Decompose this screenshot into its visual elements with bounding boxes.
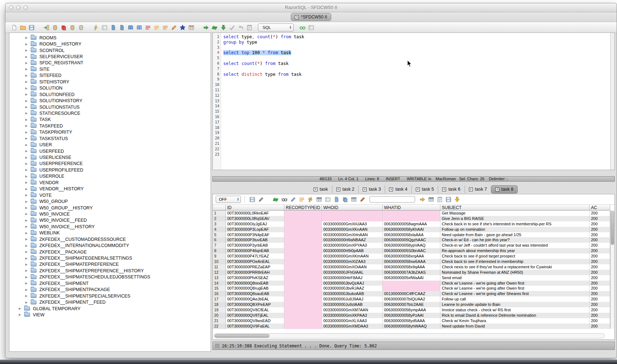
tree-item-zkfedex-shipmategeneralsettings[interactable]: ▶ZKFEDEX__SHIPMATEGENERALSETTINGS — [9, 255, 211, 261]
grid-cell[interactable]: 006300000058yPzAAI — [383, 313, 440, 318]
tree-item-zkfedex-internationalcommodity[interactable]: ▶ZKFEDEX__INTERNATIONALCOMMODITY — [9, 242, 211, 248]
grid-cell[interactable]: 00T3000000Q8rexEAB — [226, 281, 284, 286]
results-search-input[interactable] — [370, 196, 415, 203]
grid-cell[interactable]: 0033000000GmXKmAAN — [322, 254, 383, 259]
go-search-icon[interactable] — [419, 196, 426, 203]
tree-item-weblink[interactable]: ▶WEBLINK — [9, 230, 211, 236]
disclosure-triangle-icon[interactable]: ▶ — [25, 181, 31, 184]
page-view-icon[interactable] — [333, 196, 340, 203]
disclosure-triangle-icon[interactable]: ▶ — [25, 156, 31, 159]
tab-close-icon[interactable]: × — [295, 15, 299, 19]
disclosure-triangle-icon[interactable]: ▶ — [25, 288, 31, 291]
editor-vertical-scrollbar[interactable] — [610, 33, 614, 170]
table-row[interactable]: 1900T3000000QV8CfEAL0033000000GmXM7AAN00… — [213, 307, 614, 313]
form-view-icon[interactable] — [324, 196, 331, 203]
column-header-ac[interactable]: AC — [590, 205, 610, 211]
table-row[interactable]: 2200T3000000QV9FaEAL0033000000GmXMDAA300… — [213, 324, 614, 329]
table-row[interactable]: 1500T3000000Q8rugEAB0033000000JbvRJAAZCh… — [213, 286, 614, 291]
grid-cell[interactable]: 0033000000Ju9zlAAB — [322, 302, 383, 307]
grid-cell[interactable]: 200 — [590, 216, 610, 221]
export-table-icon[interactable] — [187, 24, 195, 31]
grid-cell[interactable] — [284, 286, 322, 291]
disclosure-triangle-icon[interactable]: ▶ — [25, 212, 31, 216]
disclosure-triangle-icon[interactable]: ▶ — [25, 80, 31, 83]
grid-cell[interactable]: 0033000000GmXM7AAN — [322, 307, 383, 313]
disclosure-triangle-icon[interactable]: ▶ — [25, 257, 31, 260]
grid-cell[interactable]: 00T3000000PRR8rEAH — [226, 270, 284, 275]
grid-cell[interactable] — [383, 216, 440, 221]
tree-item-zkfedex-customaddresssource[interactable]: ▶ZKFEDEX__CUSTOMADDRESSSOURCE — [9, 236, 211, 242]
tree-item-zkfedex-shipment-feed[interactable]: ▶ZKFEDEX__SHIPMENT__FEED — [9, 299, 211, 305]
edit-row-icon[interactable] — [289, 196, 297, 203]
disclosure-triangle-icon[interactable]: ▶ — [25, 231, 31, 235]
grid-cell[interactable]: Send email — [440, 275, 590, 281]
results-tab-task-6[interactable]: ×task 6 — [438, 186, 464, 193]
disclosure-triangle-icon[interactable]: ▶ — [25, 175, 31, 178]
grid-cell[interactable]: 00T3000000QV9FaEAL — [226, 324, 284, 329]
disclosure-triangle-icon[interactable]: ▶ — [25, 68, 31, 71]
tree-item-w50-invoice-feed[interactable]: ▶W50_INVOICE__FEED — [9, 217, 211, 224]
disclosure-triangle-icon[interactable]: ▶ — [25, 36, 31, 39]
grid-cell[interactable]: 006300000058xw5AAA — [383, 259, 440, 264]
disclosure-triangle-icon[interactable]: ▶ — [25, 105, 31, 109]
table-row[interactable]: 1400T3000000Q8rexEAB0033000000JbvQzAAJCh… — [213, 281, 614, 286]
tree-item-taskstatus[interactable]: ▶TASKSTATUS — [9, 135, 211, 142]
grid-cell[interactable]: 200 — [590, 296, 610, 302]
grid-cell[interactable] — [284, 227, 322, 232]
grid-cell[interactable]: 00T3000000PREZaEAP — [226, 264, 284, 270]
table-row[interactable]: 1200T3000000PRR8rEAH0033000000JFhGlAAL00… — [213, 270, 614, 275]
commit-icon[interactable] — [228, 24, 236, 31]
column-header-subject[interactable]: SUBJECT — [440, 205, 590, 211]
grid-cell[interactable]: 200 — [590, 275, 610, 281]
disclosure-triangle-icon[interactable]: ▶ — [25, 143, 31, 147]
grid-cell[interactable]: 006300000058xrqAAA — [383, 254, 440, 259]
minimize-window-button[interactable] — [16, 5, 21, 10]
tab-close-icon[interactable]: × — [469, 187, 473, 191]
tree-item-userlicense[interactable]: ▶USERLICENSE — [9, 154, 211, 160]
sql-code-area[interactable]: select type, count(*) from taskgroup by … — [221, 33, 610, 170]
grid-cell[interactable]: 0033000000GmXHJAA3 — [322, 221, 383, 227]
favorites-icon[interactable] — [179, 24, 186, 31]
grid-cell[interactable]: 200 — [590, 221, 610, 227]
filter-select[interactable]: OFF ▲▼ — [216, 196, 241, 203]
tab-close-icon[interactable]: × — [416, 187, 420, 191]
grid-cell[interactable]: 200 — [590, 232, 610, 238]
disclosure-triangle-icon[interactable]: ▶ — [25, 61, 31, 65]
disclosure-triangle-icon[interactable]: ▶ — [25, 74, 31, 77]
grid-cell[interactable]: 00T3000000P3yrbEAB — [226, 243, 284, 248]
edit-icon[interactable] — [170, 24, 177, 31]
table-row[interactable]: 1000T3000000POeAnEAL0033000000GmXIZAA300… — [213, 259, 614, 264]
results-tab-task-2[interactable]: ×task 2 — [332, 186, 358, 193]
grid-cell[interactable]: 00T3000000QV8wsEAD — [226, 318, 284, 324]
grid-cell[interactable] — [284, 275, 322, 281]
statement-type-select[interactable]: SQL ▲▼ — [258, 23, 294, 31]
grid-cell[interactable]: Invoice status check - check w/ RS first — [440, 307, 590, 313]
grid-cell[interactable]: 0033000000GmXMDAA3 — [322, 324, 383, 329]
tree-item-sfdc-registrant[interactable]: ▶SFDC_REGISTRANT — [9, 60, 211, 66]
grid-cell[interactable]: 200 — [590, 259, 610, 264]
grid-cell[interactable]: Leanne to provide update to Bain — [440, 302, 590, 307]
disclosure-triangle-icon[interactable]: ▶ — [25, 162, 31, 165]
disclosure-triangle-icon[interactable]: ▶ — [25, 112, 31, 115]
table-generate-icon[interactable] — [427, 196, 435, 203]
results-tab-task-8[interactable]: ×task 8 — [491, 185, 518, 194]
tree-item-rooms[interactable]: ▶ROOMS — [9, 35, 211, 41]
results-list-icon[interactable] — [307, 24, 315, 31]
grid-cell[interactable] — [284, 232, 322, 238]
disclosure-triangle-icon[interactable]: ▶ — [25, 194, 31, 197]
grid-cell[interactable]: 00630000005QgzhAAC — [383, 237, 440, 243]
view-row-icon[interactable] — [281, 196, 288, 203]
disclosure-triangle-icon[interactable]: ▶ — [25, 206, 31, 209]
disclosure-triangle-icon[interactable]: ▶ — [25, 168, 31, 172]
grid-cell[interactable]: Need update from David — [440, 324, 590, 329]
compare-icon[interactable] — [161, 24, 169, 31]
tree-item-zkfedex-package[interactable]: ▶ZKFEDEX__PACKAGE — [9, 249, 211, 255]
table-row[interactable]: 100T3000000L0RknEAFGet Massage200 — [213, 211, 614, 216]
grid-cell[interactable]: 00T3000000P3LopEAF — [226, 227, 284, 232]
grid-cell[interactable]: 00T3000000Q8sauEAB — [226, 291, 284, 296]
grid-cell[interactable]: Check nexis to see if they've found a re… — [440, 264, 590, 270]
grid-cell[interactable]: 200 — [590, 211, 610, 216]
grid-cell[interactable]: Nominated by Shane Freeman at ANZ (HR50) — [440, 270, 590, 275]
disclosure-triangle-icon[interactable]: ▶ — [25, 244, 31, 247]
grid-cell[interactable] — [284, 281, 322, 286]
